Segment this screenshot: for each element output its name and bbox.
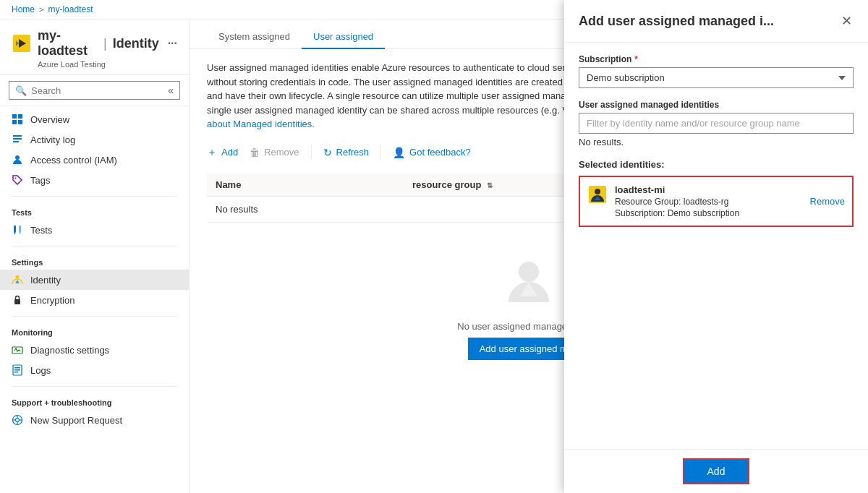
trash-icon: 🗑 (250, 147, 260, 158)
svg-point-26 (519, 262, 539, 282)
breadcrumb-home[interactable]: Home (12, 4, 35, 14)
sidebar-item-label-overview: Overview (30, 114, 69, 125)
lock-icon (12, 294, 23, 306)
tab-system-assigned[interactable]: System assigned (207, 25, 302, 49)
sort-icon: ⇅ (487, 181, 493, 189)
tests-icon (12, 224, 23, 236)
breadcrumb-sep: > (39, 5, 43, 14)
subscription-field: Subscription * Demo subscription (579, 54, 854, 88)
toolbar-divider-2 (380, 145, 381, 160)
svg-rect-7 (13, 135, 22, 137)
grid-icon (12, 113, 23, 125)
sidebar-item-label-tags: Tags (30, 175, 50, 186)
svg-rect-15 (12, 347, 22, 353)
side-panel: Add user assigned managed i... ✕ Subscri… (564, 0, 868, 493)
nav-monitoring: Monitoring Diagnostic settings Logs (0, 320, 189, 383)
sidebar-item-label-iam: Access control (IAM) (30, 155, 117, 166)
logs-icon (12, 364, 23, 376)
collapse-button[interactable]: « (168, 85, 174, 96)
svg-point-10 (15, 155, 20, 160)
sidebar-item-new-support[interactable]: New Support Request (0, 410, 189, 430)
identity-sub: Subscription: Demo subscription (615, 208, 803, 218)
panel-header: Add user assigned managed i... ✕ (564, 0, 868, 43)
selected-identity-card: loadtest-mi Resource Group: loadtests-rg… (579, 176, 854, 227)
nav-divider-2 (12, 246, 177, 246)
selected-label: Selected identities: (579, 159, 854, 170)
nav-settings: Settings Identity Encryption (0, 249, 189, 313)
identity-resource-icon (587, 184, 608, 205)
nav-tests: Tests Tests (0, 200, 189, 243)
activity-log-icon (12, 134, 23, 145)
resource-title-row: my-loadtest | Identity ··· (12, 28, 177, 59)
sidebar: my-loadtest | Identity ··· Azure Load Te… (0, 20, 190, 493)
sidebar-item-label-activity: Activity log (30, 134, 75, 145)
svg-rect-17 (14, 367, 20, 369)
sidebar-item-access-control[interactable]: Access control (IAM) (0, 150, 189, 170)
svg-point-11 (15, 178, 17, 179)
col-name[interactable]: Name (207, 173, 404, 197)
remove-button[interactable]: 🗑 Remove (250, 144, 299, 161)
identity-icon (12, 274, 23, 286)
nav-divider-3 (12, 316, 177, 317)
search-icon: 🔍 (15, 85, 27, 96)
panel-add-button[interactable]: Add (683, 458, 750, 484)
svg-rect-14 (14, 299, 20, 304)
identity-remove-button[interactable]: Remove (810, 196, 845, 207)
breadcrumb-resource[interactable]: my-loadtest (48, 4, 93, 14)
filter-field: User assigned managed identities No resu… (579, 100, 854, 147)
refresh-icon: ↻ (323, 147, 332, 158)
nav-support: Support + troubleshooting New Support Re… (0, 390, 189, 433)
sidebar-item-tests[interactable]: Tests (0, 220, 189, 240)
svg-rect-6 (18, 120, 22, 124)
resource-title-sep: | (103, 36, 107, 51)
toolbar-divider-1 (311, 145, 312, 160)
sidebar-item-encryption[interactable]: Encryption (0, 290, 189, 310)
svg-marker-13 (15, 280, 20, 283)
subscription-select[interactable]: Demo subscription (579, 67, 854, 88)
section-label-monitoring: Monitoring (0, 322, 189, 340)
identity-name: loadtest-mi (615, 184, 803, 195)
sidebar-item-label-encryption: Encryption (30, 295, 75, 306)
nav-divider-1 (12, 196, 177, 197)
svg-point-29 (595, 189, 600, 194)
sidebar-item-label-tests: Tests (30, 225, 52, 236)
refresh-button[interactable]: ↻ Refresh (323, 144, 370, 161)
panel-close-button[interactable]: ✕ (840, 12, 854, 30)
sidebar-item-tags[interactable]: Tags (0, 170, 189, 190)
filter-label: User assigned managed identities (579, 100, 854, 110)
sidebar-item-overview[interactable]: Overview (0, 109, 189, 129)
panel-title: Add user assigned managed i... (579, 14, 774, 29)
resource-section-label: Identity (113, 36, 159, 51)
feedback-icon: 👤 (393, 147, 405, 158)
resource-icon (12, 33, 32, 53)
support-icon (12, 414, 23, 426)
got-feedback-button[interactable]: 👤 Got feedback? (393, 144, 471, 161)
sidebar-item-identity[interactable]: Identity (0, 270, 189, 290)
svg-point-12 (16, 275, 20, 279)
section-label-settings: Settings (0, 252, 189, 270)
panel-footer: Add (564, 449, 868, 493)
sidebar-item-label-identity: Identity (30, 275, 61, 286)
nav-divider-4 (12, 386, 177, 387)
resource-subtitle: Azure Load Testing (38, 60, 177, 69)
svg-rect-19 (14, 372, 18, 373)
filter-input[interactable] (579, 113, 854, 134)
tag-icon (12, 174, 23, 186)
tab-user-assigned[interactable]: User assigned (302, 25, 385, 49)
search-input[interactable] (31, 85, 163, 96)
sidebar-item-logs[interactable]: Logs (0, 360, 189, 380)
subscription-label: Subscription * (579, 54, 854, 64)
add-button[interactable]: ＋ Add (207, 143, 238, 162)
section-label-tests: Tests (0, 202, 189, 220)
sidebar-item-label-logs: Logs (30, 365, 51, 376)
diagnostic-icon (12, 344, 23, 356)
panel-body: Subscription * Demo subscription User as… (564, 43, 868, 449)
watermark-icon (500, 252, 558, 309)
search-box[interactable]: 🔍 « (9, 81, 180, 100)
ellipsis-menu[interactable]: ··· (168, 37, 177, 50)
sidebar-item-label-diagnostic: Diagnostic settings (30, 345, 109, 356)
search-container: 🔍 « (0, 75, 189, 106)
sidebar-item-diagnostic[interactable]: Diagnostic settings (0, 340, 189, 360)
resource-name: my-loadtest (38, 28, 98, 59)
sidebar-item-activity-log[interactable]: Activity log (0, 129, 189, 150)
